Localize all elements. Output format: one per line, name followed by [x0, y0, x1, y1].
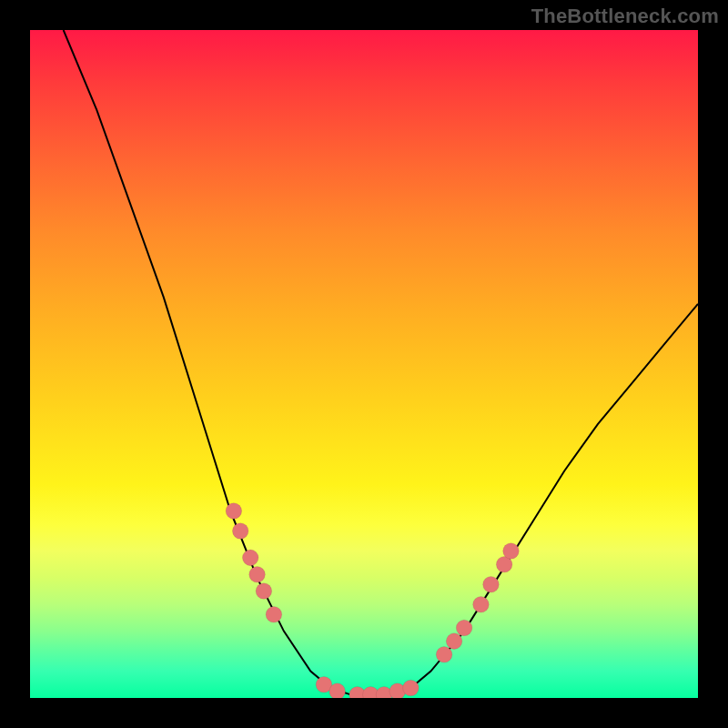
data-point	[329, 683, 346, 698]
bottleneck-curve	[64, 30, 698, 694]
data-point	[403, 680, 420, 696]
data-point	[256, 583, 272, 600]
data-point	[226, 503, 242, 520]
data-points-group	[226, 503, 519, 698]
watermark-text: TheBottleneck.com	[531, 5, 719, 28]
chart-frame: TheBottleneck.com	[0, 0, 728, 728]
data-point	[232, 523, 248, 540]
data-point	[266, 606, 282, 622]
plot-area	[30, 30, 698, 698]
data-point	[249, 566, 266, 582]
curve-svg	[30, 30, 698, 698]
data-point	[503, 543, 520, 560]
data-point	[446, 633, 462, 650]
data-point	[242, 550, 258, 566]
data-point	[456, 620, 472, 636]
data-point	[473, 596, 490, 612]
data-point	[483, 576, 500, 592]
data-point	[436, 646, 452, 662]
